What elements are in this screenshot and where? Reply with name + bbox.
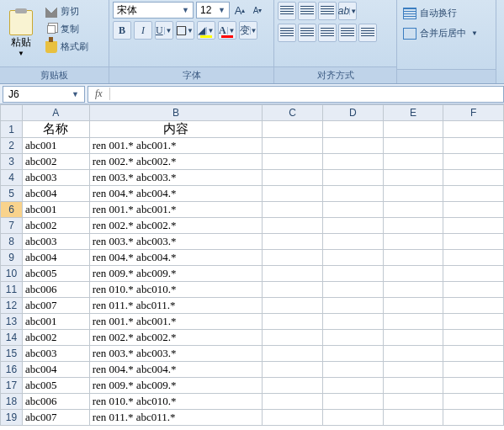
cell[interactable]: 名称 [22, 121, 89, 138]
font-size-combo[interactable]: 12▼ [196, 2, 230, 19]
cell[interactable]: abc001 [22, 138, 89, 154]
cell[interactable] [383, 202, 443, 218]
cell[interactable]: ren 009.* abc009.* [89, 266, 262, 282]
align-right-button[interactable] [318, 24, 337, 42]
row-header[interactable]: 4 [1, 170, 23, 186]
column-header-f[interactable]: F [443, 105, 504, 121]
cell[interactable] [383, 346, 443, 362]
cell[interactable]: abc001 [22, 314, 89, 330]
cell[interactable] [443, 330, 504, 346]
column-header-d[interactable]: D [322, 105, 383, 121]
cell[interactable] [263, 266, 323, 282]
row-header[interactable]: 14 [1, 330, 23, 346]
cell[interactable] [443, 362, 504, 378]
cell[interactable] [263, 314, 323, 330]
format-painter-button[interactable]: 格式刷 [42, 39, 92, 55]
align-middle-button[interactable] [298, 2, 316, 20]
cell[interactable] [263, 121, 323, 138]
cell[interactable] [443, 266, 504, 282]
row-header[interactable]: 9 [1, 250, 23, 266]
row-header[interactable]: 12 [1, 298, 23, 314]
cell[interactable]: abc004 [22, 250, 89, 266]
cell[interactable]: 内容 [89, 121, 262, 138]
cell[interactable] [263, 394, 323, 410]
cell[interactable] [383, 234, 443, 250]
cell[interactable]: ren 004.* abc004.* [89, 186, 262, 202]
cell[interactable] [443, 234, 504, 250]
cell[interactable] [322, 362, 383, 378]
cell[interactable] [263, 186, 323, 202]
cell[interactable] [322, 410, 383, 426]
underline-button[interactable]: U▼ [155, 21, 173, 40]
cell[interactable] [263, 234, 323, 250]
select-all-corner[interactable] [1, 105, 23, 121]
copy-button[interactable]: 复制 [42, 21, 92, 37]
italic-button[interactable]: I [134, 21, 152, 40]
cell[interactable]: abc007 [22, 298, 89, 314]
cell[interactable] [383, 250, 443, 266]
cell[interactable] [263, 138, 323, 154]
cell[interactable]: abc003 [22, 346, 89, 362]
row-header[interactable]: 1 [1, 121, 23, 138]
cell[interactable]: ren 009.* abc009.* [89, 378, 262, 394]
cell[interactable]: ren 011.* abc011.* [89, 410, 262, 426]
cell[interactable] [443, 282, 504, 298]
cell[interactable]: abc005 [22, 266, 89, 282]
cell[interactable] [383, 394, 443, 410]
cell[interactable]: ren 003.* abc003.* [89, 234, 262, 250]
cell[interactable] [383, 266, 443, 282]
row-header[interactable]: 18 [1, 394, 23, 410]
cell[interactable] [443, 394, 504, 410]
paste-button[interactable]: 粘贴 ▼ [3, 2, 39, 66]
cell[interactable] [443, 378, 504, 394]
cell[interactable]: ren 004.* abc004.* [89, 362, 262, 378]
cell[interactable]: ren 003.* abc003.* [89, 170, 262, 186]
cell[interactable] [322, 282, 383, 298]
cell[interactable]: ren 001.* abc001.* [89, 138, 262, 154]
cell[interactable] [322, 394, 383, 410]
pinyin-button[interactable]: 变▼ [239, 21, 257, 40]
cell[interactable]: abc004 [22, 362, 89, 378]
align-left-button[interactable] [278, 24, 296, 42]
cell[interactable] [383, 330, 443, 346]
cell[interactable] [443, 138, 504, 154]
cell[interactable] [322, 346, 383, 362]
cell[interactable] [383, 121, 443, 138]
row-header[interactable]: 17 [1, 378, 23, 394]
cell[interactable]: ren 010.* abc010.* [89, 282, 262, 298]
row-header[interactable]: 7 [1, 218, 23, 234]
row-header[interactable]: 19 [1, 410, 23, 426]
cell[interactable] [443, 346, 504, 362]
wrap-text-button[interactable]: 自动换行 [401, 4, 492, 22]
cell[interactable]: abc002 [22, 218, 89, 234]
name-box[interactable]: J6▼ [3, 86, 85, 103]
cell[interactable] [443, 298, 504, 314]
cell[interactable] [383, 218, 443, 234]
spreadsheet-grid[interactable]: A B C D E F 1 名称 内容 2abc001ren 001.* abc… [0, 104, 504, 430]
cell[interactable]: ren 002.* abc002.* [89, 154, 262, 170]
cell[interactable]: ren 002.* abc002.* [89, 330, 262, 346]
cell[interactable] [263, 362, 323, 378]
font-color-button[interactable]: A▼ [218, 21, 236, 40]
cell[interactable]: ren 001.* abc001.* [89, 314, 262, 330]
cell[interactable] [263, 218, 323, 234]
increase-indent-button[interactable] [358, 24, 377, 42]
row-header[interactable]: 5 [1, 186, 23, 202]
orientation-button[interactable]: ab▼ [338, 2, 357, 20]
decrease-indent-button[interactable] [338, 24, 357, 42]
row-header[interactable]: 11 [1, 282, 23, 298]
cell[interactable]: ren 002.* abc002.* [89, 218, 262, 234]
cell[interactable] [383, 410, 443, 426]
cell[interactable] [322, 186, 383, 202]
cell[interactable] [322, 234, 383, 250]
cell[interactable] [322, 378, 383, 394]
shrink-font-button[interactable]: A▾ [250, 2, 265, 19]
cell[interactable] [263, 410, 323, 426]
cell[interactable] [383, 298, 443, 314]
cell[interactable] [443, 202, 504, 218]
bold-button[interactable]: B [113, 21, 131, 40]
cell[interactable]: ren 011.* abc011.* [89, 298, 262, 314]
cell[interactable] [263, 330, 323, 346]
grow-font-button[interactable]: A▴ [232, 2, 247, 19]
cell[interactable]: ren 010.* abc010.* [89, 394, 262, 410]
